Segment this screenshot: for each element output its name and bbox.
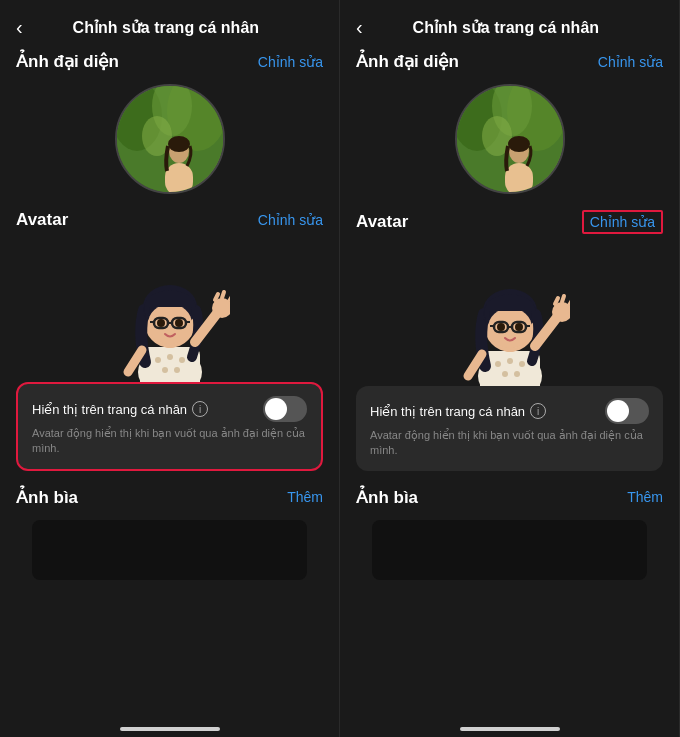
left-cover-add-button[interactable]: Thêm <box>287 489 323 505</box>
left-toggle-section: Hiển thị trên trang cá nhân i Avatar độn… <box>16 382 323 471</box>
right-bottom-area <box>340 717 679 737</box>
right-avatar-section: Avatar Chỉnh sửa <box>340 210 679 246</box>
right-back-button[interactable]: ‹ <box>356 16 363 39</box>
svg-line-29 <box>222 292 224 298</box>
svg-point-10 <box>155 357 161 363</box>
right-cover-header: Ảnh bìa Thêm <box>356 487 663 508</box>
svg-point-25 <box>175 319 183 327</box>
right-avatar-header: Avatar Chỉnh sửa <box>356 210 663 234</box>
right-toggle-label: Hiển thị trên trang cá nhân i <box>370 403 546 419</box>
svg-point-14 <box>174 367 180 373</box>
left-avatar-edit-button[interactable]: Chỉnh sửa <box>258 212 323 228</box>
svg-point-24 <box>157 319 165 327</box>
svg-point-42 <box>495 361 501 367</box>
left-3d-avatar-svg <box>110 242 230 382</box>
right-avatar-edit-button[interactable]: Chỉnh sửa <box>582 210 663 234</box>
right-3d-avatar-svg <box>450 246 570 386</box>
left-avatar-header: Avatar Chỉnh sửa <box>16 210 323 230</box>
svg-point-46 <box>514 371 520 377</box>
left-cover-preview <box>32 520 307 580</box>
left-bottom-area <box>0 717 339 737</box>
left-avatar-section: Avatar Chỉnh sửa <box>0 210 339 242</box>
left-toggle-label: Hiển thị trên trang cá nhân i <box>32 401 208 417</box>
svg-point-43 <box>507 358 513 364</box>
right-profile-header: Ảnh đại diện Chỉnh sửa <box>356 51 663 72</box>
left-toggle-switch[interactable] <box>263 396 307 422</box>
right-avatar-label: Avatar <box>356 212 408 232</box>
right-header: ‹ Chỉnh sửa trang cá nhân <box>340 0 679 51</box>
left-toggle-knob <box>265 398 287 420</box>
left-profile-label: Ảnh đại diện <box>16 51 119 72</box>
right-profile-label: Ảnh đại diện <box>356 51 459 72</box>
left-info-icon[interactable]: i <box>192 401 208 417</box>
svg-point-13 <box>162 367 168 373</box>
left-header: ‹ Chỉnh sửa trang cá nhân <box>0 0 339 51</box>
left-cover-header: Ảnh bìa Thêm <box>16 487 323 508</box>
svg-line-61 <box>562 296 564 302</box>
right-cover-add-button[interactable]: Thêm <box>627 489 663 505</box>
left-cover-section: Ảnh bìa Thêm <box>0 487 339 588</box>
left-profile-edit-button[interactable]: Chỉnh sửa <box>258 54 323 70</box>
left-profile-photo-section: Ảnh đại diện Chỉnh sửa <box>0 51 339 210</box>
right-toggle-header: Hiển thị trên trang cá nhân i <box>370 398 649 424</box>
right-cover-section: Ảnh bìa Thêm <box>340 487 679 588</box>
svg-point-56 <box>497 323 505 331</box>
right-cover-label: Ảnh bìa <box>356 487 418 508</box>
right-home-indicator <box>460 727 560 731</box>
left-home-indicator <box>120 727 220 731</box>
svg-point-12 <box>179 357 185 363</box>
right-avatar-bg <box>457 86 563 192</box>
svg-line-62 <box>568 301 570 306</box>
right-avatar-circle <box>455 84 565 194</box>
left-panel: ‹ Chỉnh sửa trang cá nhân Ảnh đại diện C… <box>0 0 340 737</box>
right-3d-avatar <box>340 246 679 386</box>
svg-point-57 <box>515 323 523 331</box>
right-profile-edit-button[interactable]: Chỉnh sửa <box>598 54 663 70</box>
svg-point-39 <box>508 136 530 152</box>
svg-rect-6 <box>165 163 193 194</box>
left-avatar-bg <box>117 86 223 192</box>
svg-point-45 <box>502 371 508 377</box>
right-profile-photo-section: Ảnh đại diện Chỉnh sửa <box>340 51 679 210</box>
right-info-icon[interactable]: i <box>530 403 546 419</box>
left-3d-avatar <box>0 242 339 382</box>
left-page-title: Chỉnh sửa trang cá nhân <box>33 18 299 37</box>
right-cover-preview <box>372 520 647 580</box>
svg-point-44 <box>519 361 525 367</box>
svg-rect-38 <box>505 163 533 194</box>
right-toggle-desc: Avatar động hiển thị khi bạn vuốt qua ản… <box>370 428 649 459</box>
left-back-button[interactable]: ‹ <box>16 16 23 39</box>
right-page-title: Chỉnh sửa trang cá nhân <box>373 18 639 37</box>
right-panel: ‹ Chỉnh sửa trang cá nhân Ảnh đại diện C… <box>340 0 680 737</box>
left-toggle-header: Hiển thị trên trang cá nhân i <box>32 396 307 422</box>
svg-point-7 <box>168 136 190 152</box>
left-avatar-container <box>16 84 323 194</box>
right-avatar-bg-svg <box>457 86 565 194</box>
left-avatar-bg-svg <box>117 86 225 194</box>
right-toggle-switch[interactable] <box>605 398 649 424</box>
svg-line-60 <box>555 298 558 304</box>
svg-line-30 <box>228 297 230 302</box>
left-avatar-label: Avatar <box>16 210 68 230</box>
right-toggle-knob <box>607 400 629 422</box>
left-cover-label: Ảnh bìa <box>16 487 78 508</box>
left-profile-header: Ảnh đại diện Chỉnh sửa <box>16 51 323 72</box>
left-avatar-circle <box>115 84 225 194</box>
svg-line-28 <box>215 294 218 300</box>
svg-point-11 <box>167 354 173 360</box>
right-avatar-container <box>356 84 663 194</box>
left-toggle-desc: Avatar động hiển thị khi bạn vuốt qua ản… <box>32 426 307 457</box>
right-toggle-section: Hiển thị trên trang cá nhân i Avatar độn… <box>356 386 663 471</box>
